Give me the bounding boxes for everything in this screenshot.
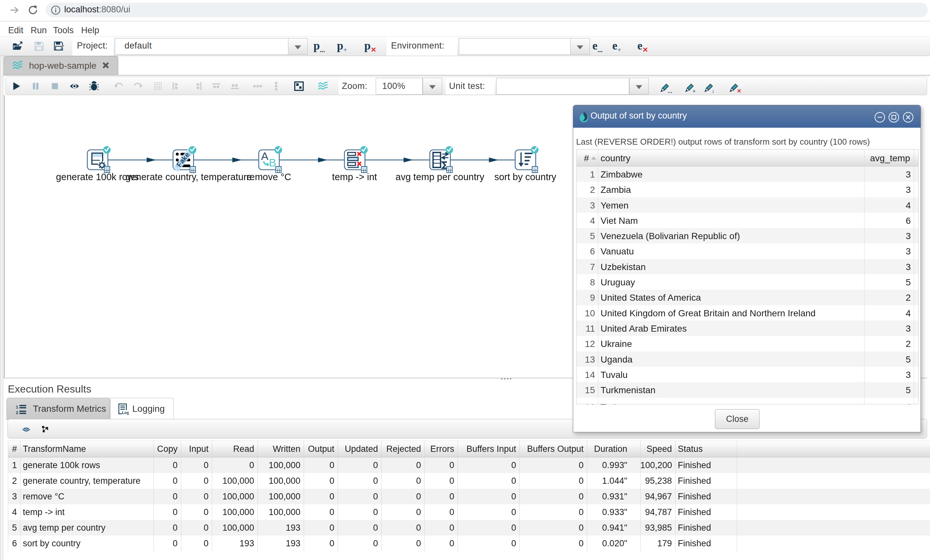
svg-text:remove °C: remove °C — [246, 172, 291, 182]
svg-text:2: 2 — [16, 410, 18, 415]
svg-text:A: A — [261, 150, 268, 162]
svg-text:+: + — [693, 88, 696, 93]
svg-text:Log: Log — [122, 411, 129, 415]
svg-text:temp -> int: temp -> int — [332, 172, 377, 182]
svg-text:sort by country: sort by country — [494, 172, 557, 182]
svg-text:B: B — [269, 156, 276, 169]
svg-text:1: 1 — [16, 405, 18, 409]
svg-text:✕: ✕ — [737, 88, 741, 93]
svg-text:...: ... — [668, 88, 672, 93]
svg-text:↓: ↓ — [712, 88, 714, 93]
svg-text:generate country, temperature: generate country, temperature — [125, 172, 252, 182]
svg-text:avg temp per country: avg temp per country — [396, 172, 485, 182]
